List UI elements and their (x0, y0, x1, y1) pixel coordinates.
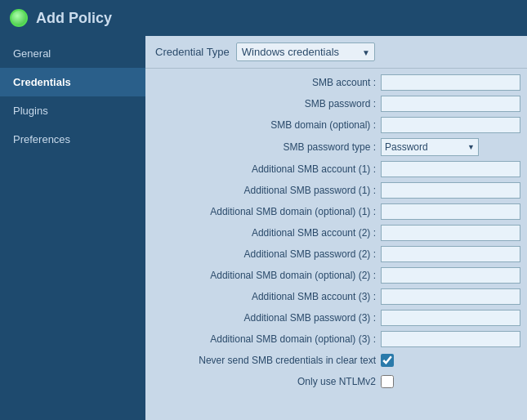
add-smb-domain-3-input[interactable] (381, 331, 520, 347)
add-smb-account-1-label: Additional SMB account (1) : (152, 163, 381, 175)
credential-type-bar: Credential Type Windows credentials SSH … (145, 36, 527, 69)
never-send-clear-checkbox[interactable] (381, 354, 394, 367)
form-content: SMB account : SMB password : SMB domain … (145, 69, 527, 395)
sidebar-item-credentials[interactable]: Credentials (0, 68, 145, 96)
add-smb-account-1-input[interactable] (381, 161, 520, 177)
form-row-add-smb-account-3: Additional SMB account (3) : (145, 286, 527, 307)
smb-password-label: SMB password : (152, 98, 381, 109)
add-smb-domain-2-label: Additional SMB domain (optional) (2) : (152, 270, 381, 281)
smb-domain-label: SMB domain (optional) : (152, 119, 381, 131)
never-send-clear-label: Never send SMB credentials in clear text (152, 355, 381, 366)
form-row-add-smb-password-3: Additional SMB password (3) : (145, 307, 527, 328)
smb-password-input[interactable] (381, 96, 520, 112)
page-title: Add Policy (36, 10, 112, 27)
only-ntlmv2-checkbox[interactable] (381, 375, 394, 388)
checkbox-row-only-ntlmv2: Only use NTLMv2 (145, 371, 527, 392)
form-row-add-smb-password-1: Additional SMB password (1) : (145, 180, 527, 201)
smb-account-label: SMB account : (152, 77, 381, 88)
smb-password-type-wrapper: Password NTLM hash Kerberos (381, 138, 479, 156)
form-row-add-smb-account-2: Additional SMB account (2) : (145, 222, 527, 244)
smb-password-type-select[interactable]: Password NTLM hash Kerberos (381, 138, 479, 156)
form-row-smb-password: SMB password : (145, 93, 527, 114)
smb-password-type-label: SMB password type : (152, 141, 381, 153)
form-row-add-smb-account-1: Additional SMB account (1) : (145, 159, 527, 180)
form-row-add-smb-password-2: Additional SMB password (2) : (145, 244, 527, 265)
credential-type-select-wrapper: Windows credentials SSH credentials SNMP… (236, 42, 375, 61)
app-container: Add Policy General Credentials Plugins P… (0, 0, 527, 420)
sidebar-item-general[interactable]: General (0, 39, 145, 68)
add-smb-domain-1-label: Additional SMB domain (optional) (1) : (152, 206, 381, 217)
credential-type-label: Credential Type (155, 46, 230, 58)
add-smb-password-1-label: Additional SMB password (1) : (152, 185, 381, 196)
form-row-smb-domain: SMB domain (optional) : (145, 114, 527, 136)
form-row-add-smb-domain-3: Additional SMB domain (optional) (3) : (145, 328, 527, 350)
add-smb-account-3-label: Additional SMB account (3) : (152, 291, 381, 302)
add-smb-domain-2-input[interactable] (381, 267, 520, 284)
smb-account-input[interactable] (381, 74, 520, 91)
add-smb-account-3-input[interactable] (381, 288, 520, 305)
content-area: Credential Type Windows credentials SSH … (145, 36, 527, 420)
credential-type-select[interactable]: Windows credentials SSH credentials SNMP… (236, 42, 375, 61)
add-smb-domain-3-label: Additional SMB domain (optional) (3) : (152, 333, 381, 345)
add-smb-password-2-label: Additional SMB password (2) : (152, 248, 381, 260)
only-ntlmv2-label: Only use NTLMv2 (152, 376, 381, 387)
sidebar: General Credentials Plugins Preferences (0, 36, 145, 420)
form-row-smb-password-type: SMB password type : Password NTLM hash K… (145, 136, 527, 159)
add-smb-password-3-input[interactable] (381, 310, 520, 326)
form-row-smb-account: SMB account : (145, 72, 527, 93)
add-smb-password-3-label: Additional SMB password (3) : (152, 312, 381, 324)
sidebar-item-preferences[interactable]: Preferences (0, 125, 145, 154)
main-layout: General Credentials Plugins Preferences … (0, 36, 527, 420)
smb-domain-input[interactable] (381, 117, 520, 133)
form-row-add-smb-domain-2: Additional SMB domain (optional) (2) : (145, 265, 527, 286)
form-row-add-smb-domain-1: Additional SMB domain (optional) (1) : (145, 201, 527, 222)
add-smb-password-2-input[interactable] (381, 246, 520, 262)
header: Add Policy (0, 0, 527, 36)
add-smb-account-2-input[interactable] (381, 225, 520, 241)
sidebar-item-plugins[interactable]: Plugins (0, 96, 145, 125)
add-smb-domain-1-input[interactable] (381, 203, 520, 220)
add-smb-password-1-input[interactable] (381, 182, 520, 199)
checkbox-row-never-send-clear: Never send SMB credentials in clear text (145, 350, 527, 371)
add-smb-account-2-label: Additional SMB account (2) : (152, 227, 381, 239)
add-policy-icon (10, 9, 28, 27)
